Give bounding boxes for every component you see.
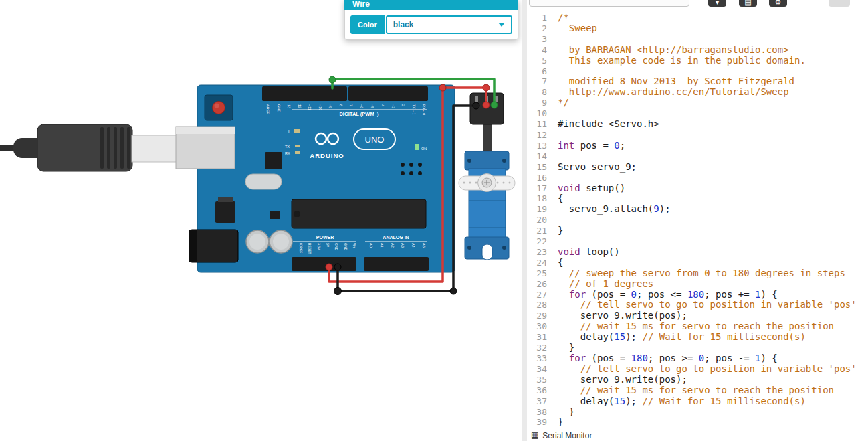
pin-label: A0 bbox=[369, 243, 373, 248]
wire-color-dropdown[interactable]: black bbox=[386, 15, 512, 34]
code-line[interactable]: 28 // tell servo to go to position in va… bbox=[527, 300, 868, 311]
code-line[interactable]: 7 modified 8 Nov 2013 by Scott Fitzgeral… bbox=[527, 76, 868, 87]
wire-properties-panel: Wire Color black bbox=[344, 0, 518, 40]
pin-label: A1 bbox=[380, 243, 384, 248]
line-number: 26 bbox=[527, 279, 552, 290]
code-line[interactable]: 9*/ bbox=[527, 98, 868, 108]
gear-icon: ⚙ bbox=[775, 0, 782, 6]
line-number: 35 bbox=[527, 375, 552, 385]
power-header bbox=[292, 257, 356, 271]
line-number: 38 bbox=[527, 407, 552, 418]
toolbar-button-download[interactable]: ▾ bbox=[708, 0, 726, 7]
line-number: 31 bbox=[527, 332, 552, 343]
sketch-name-input[interactable] bbox=[529, 0, 689, 7]
code-line[interactable]: 26 // of 1 degrees bbox=[527, 279, 868, 290]
code-line[interactable]: 18{ bbox=[527, 193, 868, 204]
code-editor[interactable]: 1/*2 Sweep34 by BARRAGAN <http://barraga… bbox=[527, 8, 868, 431]
code-line[interactable]: 33 for (pos = 180; pos >= 0; pos -= 1) { bbox=[527, 353, 868, 364]
usb-cable[interactable] bbox=[0, 124, 177, 171]
code-line[interactable]: 10 bbox=[527, 108, 868, 119]
reset-button[interactable] bbox=[205, 95, 233, 120]
code-line[interactable]: 17void setup() bbox=[527, 183, 868, 194]
tinkercad-circuits-app: AREFGND1312~11~10~987~6~54~32TX→1RX←0 DI… bbox=[0, 0, 868, 441]
code-line[interactable]: 36 // wait 15 ms for servo to reach the … bbox=[527, 385, 868, 396]
line-number: 19 bbox=[527, 204, 552, 215]
power-led bbox=[415, 144, 419, 150]
code-line[interactable]: 8 http://www.arduino.cc/en/Tutorial/Swee… bbox=[527, 87, 868, 98]
code-line[interactable]: 1/* bbox=[527, 13, 868, 23]
pin-label: AREF bbox=[266, 104, 270, 114]
code-panel: ▾ ▤ ⚙ 1/*2 Sweep34 by BARRAGAN <http://b… bbox=[527, 0, 868, 441]
code-line[interactable]: 30 // wait 15 ms for servo to reach the … bbox=[527, 321, 868, 332]
board-brand-label: ARDUINO bbox=[310, 152, 344, 159]
color-label: Color bbox=[350, 15, 385, 34]
code-line[interactable]: 4 by BARRAGAN <http://barraganstudio.com… bbox=[527, 45, 868, 56]
pin-label: A4 bbox=[411, 243, 415, 248]
code-line[interactable]: 35 servo_9.write(pos); bbox=[527, 375, 868, 385]
line-number: 1 bbox=[527, 13, 552, 23]
code-line[interactable]: 16 bbox=[527, 173, 868, 183]
serial-monitor-bar[interactable]: ▦ Serial Monitor bbox=[527, 430, 868, 441]
toolbar-button-library[interactable]: ▤ bbox=[739, 0, 757, 7]
digital-header-left bbox=[262, 86, 347, 101]
toolbar-button-help[interactable] bbox=[829, 0, 850, 7]
line-number: 4 bbox=[527, 45, 552, 56]
download-icon: ▾ bbox=[716, 0, 720, 6]
pin-label: A5 bbox=[422, 243, 426, 248]
code-line[interactable]: 21} bbox=[527, 226, 868, 236]
code-line[interactable]: 27 for (pos = 0; pos <= 180; pos += 1) { bbox=[527, 290, 868, 300]
code-line[interactable]: 38 } bbox=[527, 407, 868, 418]
pin-label: GND bbox=[334, 243, 338, 251]
crystal bbox=[245, 174, 282, 189]
code-line[interactable]: 19 servo_9.attach(9); bbox=[527, 204, 868, 215]
servo-motor[interactable] bbox=[459, 93, 515, 260]
code-line[interactable]: 14 bbox=[527, 151, 868, 162]
code-line[interactable]: 32 } bbox=[527, 343, 868, 353]
pin-label: 13 bbox=[287, 104, 291, 108]
code-line[interactable]: 37 delay(15); // Wait for 15 millisecond… bbox=[527, 396, 868, 407]
line-number: 32 bbox=[527, 343, 552, 353]
wire-panel-header[interactable]: Wire bbox=[344, 0, 518, 10]
serial-monitor-label: Serial Monitor bbox=[542, 431, 592, 440]
code-line[interactable]: 31 delay(15); // Wait for 15 millisecond… bbox=[527, 332, 868, 343]
code-line[interactable]: 6 bbox=[527, 66, 868, 77]
toolbar-button-settings[interactable]: ⚙ bbox=[769, 0, 787, 7]
wire-panel-body: Color black bbox=[344, 10, 518, 40]
circuit-canvas[interactable]: AREFGND1312~11~10~987~6~54~32TX→1RX←0 DI… bbox=[0, 0, 522, 441]
code-line[interactable]: 3 bbox=[527, 34, 868, 45]
code-line[interactable]: 5 This example code is in the public dom… bbox=[527, 56, 868, 66]
code-line[interactable]: 15Servo servo_9; bbox=[527, 162, 868, 173]
code-line[interactable]: 11#include <Servo.h> bbox=[527, 119, 868, 130]
code-line[interactable]: 2 Sweep bbox=[527, 23, 868, 34]
wire-panel-title: Wire bbox=[352, 0, 370, 9]
chevron-down-icon bbox=[498, 23, 505, 27]
led-tx-label: TX bbox=[285, 145, 290, 149]
line-number: 13 bbox=[527, 141, 552, 151]
line-number: 6 bbox=[527, 66, 552, 77]
code-line[interactable]: 24{ bbox=[527, 258, 868, 268]
power-section-label: POWER bbox=[316, 235, 334, 240]
pin-label: A2 bbox=[391, 243, 395, 248]
code-line[interactable]: 23void loop() bbox=[527, 247, 868, 258]
line-number: 11 bbox=[527, 119, 552, 130]
digital-label: DIGITAL (PWM~) bbox=[339, 111, 379, 117]
board-model-label: UNO bbox=[365, 135, 385, 145]
code-line[interactable]: 22 bbox=[527, 236, 868, 247]
digital-header-right bbox=[348, 86, 428, 101]
arduino-uno-board[interactable]: AREFGND1312~11~10~987~6~54~32TX→1RX←0 DI… bbox=[176, 85, 455, 272]
code-line[interactable]: 12 bbox=[527, 130, 868, 141]
pin-label: 4 bbox=[381, 104, 385, 106]
pin-label: ~3 bbox=[391, 104, 395, 108]
code-line[interactable]: 25 // sweep the servo from 0 to 180 degr… bbox=[527, 268, 868, 279]
code-line[interactable]: 29 servo_9.write(pos); bbox=[527, 311, 868, 321]
pin-label: A3 bbox=[401, 243, 405, 248]
pin-label: RESET bbox=[308, 243, 312, 254]
pin-label: Vin bbox=[352, 243, 356, 248]
code-line[interactable]: 13int pos = 0; bbox=[527, 141, 868, 151]
pin-label: 3.3V bbox=[317, 243, 321, 250]
code-line[interactable]: 39} bbox=[527, 417, 868, 428]
code-line[interactable]: 34 // tell servo to go to position in va… bbox=[527, 364, 868, 375]
line-number: 18 bbox=[527, 193, 552, 204]
line-number: 16 bbox=[527, 173, 552, 183]
code-line[interactable]: 20 bbox=[527, 215, 868, 226]
